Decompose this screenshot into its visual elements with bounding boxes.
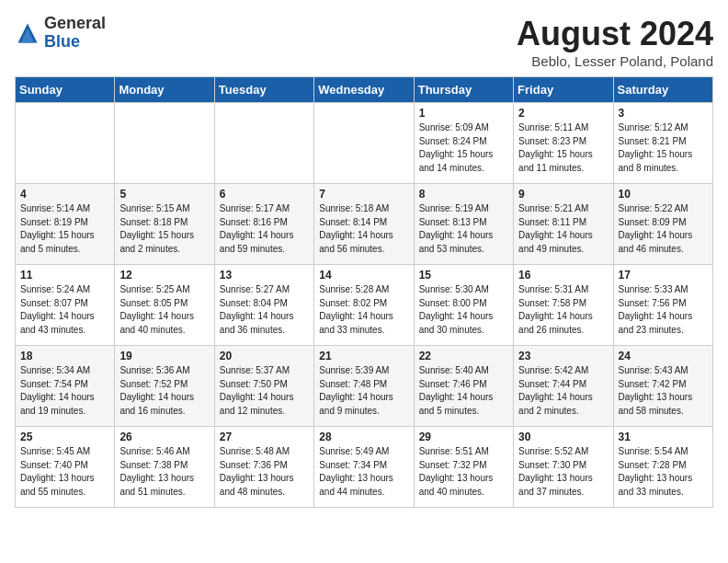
day-info: Sunrise: 5:31 AM Sunset: 7:58 PM Dayligh…	[518, 283, 608, 337]
day-info: Sunrise: 5:36 AM Sunset: 7:52 PM Dayligh…	[119, 364, 209, 418]
calendar-title: August 2024	[517, 15, 713, 53]
day-number: 10	[619, 188, 708, 201]
day-of-week-header: Saturday	[613, 77, 712, 103]
day-number: 17	[619, 269, 708, 282]
day-number: 2	[518, 107, 608, 120]
day-number: 7	[319, 188, 408, 201]
calendar-cell: 22Sunrise: 5:40 AM Sunset: 7:46 PM Dayli…	[414, 346, 513, 427]
day-info: Sunrise: 5:12 AM Sunset: 8:21 PM Dayligh…	[619, 121, 708, 175]
day-info: Sunrise: 5:42 AM Sunset: 7:44 PM Dayligh…	[518, 364, 608, 418]
calendar-cell: 1Sunrise: 5:09 AM Sunset: 8:24 PM Daylig…	[414, 103, 513, 184]
calendar-cell: 21Sunrise: 5:39 AM Sunset: 7:48 PM Dayli…	[314, 346, 414, 427]
day-of-week-header: Wednesday	[314, 77, 414, 103]
day-number: 29	[419, 431, 508, 443]
day-number: 21	[319, 350, 408, 362]
day-info: Sunrise: 5:24 AM Sunset: 8:07 PM Dayligh…	[20, 283, 109, 337]
day-info: Sunrise: 5:54 AM Sunset: 7:28 PM Dayligh…	[619, 445, 708, 499]
day-info: Sunrise: 5:18 AM Sunset: 8:14 PM Dayligh…	[319, 202, 408, 256]
calendar-subtitle: Beblo, Lesser Poland, Poland	[517, 53, 713, 69]
calendar-cell: 2Sunrise: 5:11 AM Sunset: 8:23 PM Daylig…	[514, 103, 613, 184]
logo-icon	[15, 20, 40, 46]
calendar-cell: 6Sunrise: 5:17 AM Sunset: 8:16 PM Daylig…	[214, 184, 313, 265]
calendar-cell: 10Sunrise: 5:22 AM Sunset: 8:09 PM Dayli…	[613, 184, 712, 265]
day-info: Sunrise: 5:39 AM Sunset: 7:48 PM Dayligh…	[319, 364, 408, 418]
day-info: Sunrise: 5:45 AM Sunset: 7:40 PM Dayligh…	[20, 445, 109, 499]
calendar-week-row: 1Sunrise: 5:09 AM Sunset: 8:24 PM Daylig…	[16, 103, 713, 184]
day-of-week-header: Monday	[115, 77, 214, 103]
calendar-table: SundayMondayTuesdayWednesdayThursdayFrid…	[15, 76, 713, 508]
logo-text: General Blue	[44, 15, 106, 52]
day-info: Sunrise: 5:27 AM Sunset: 8:04 PM Dayligh…	[220, 283, 309, 337]
day-number: 22	[419, 350, 508, 362]
calendar-cell: 26Sunrise: 5:46 AM Sunset: 7:38 PM Dayli…	[115, 427, 214, 508]
calendar-week-row: 11Sunrise: 5:24 AM Sunset: 8:07 PM Dayli…	[16, 265, 713, 346]
day-number: 13	[220, 269, 309, 282]
day-info: Sunrise: 5:14 AM Sunset: 8:19 PM Dayligh…	[20, 202, 109, 256]
calendar-cell: 17Sunrise: 5:33 AM Sunset: 7:56 PM Dayli…	[613, 265, 712, 346]
day-number: 23	[518, 350, 608, 362]
calendar-header-row: SundayMondayTuesdayWednesdayThursdayFrid…	[16, 77, 713, 103]
day-number: 26	[119, 431, 209, 443]
calendar-cell: 16Sunrise: 5:31 AM Sunset: 7:58 PM Dayli…	[514, 265, 613, 346]
day-number: 11	[20, 269, 109, 282]
day-number: 4	[20, 188, 109, 201]
day-info: Sunrise: 5:17 AM Sunset: 8:16 PM Dayligh…	[220, 202, 309, 256]
day-info: Sunrise: 5:30 AM Sunset: 8:00 PM Dayligh…	[419, 283, 508, 337]
day-number: 3	[619, 107, 708, 120]
day-info: Sunrise: 5:49 AM Sunset: 7:34 PM Dayligh…	[319, 445, 408, 499]
day-info: Sunrise: 5:09 AM Sunset: 8:24 PM Dayligh…	[419, 121, 508, 175]
day-number: 27	[220, 431, 309, 443]
calendar-cell: 29Sunrise: 5:51 AM Sunset: 7:32 PM Dayli…	[414, 427, 513, 508]
day-of-week-header: Friday	[514, 77, 613, 103]
day-info: Sunrise: 5:51 AM Sunset: 7:32 PM Dayligh…	[419, 445, 508, 499]
calendar-cell: 7Sunrise: 5:18 AM Sunset: 8:14 PM Daylig…	[314, 184, 414, 265]
logo-general-text: General	[44, 14, 106, 32]
logo-blue-text: Blue	[44, 32, 80, 51]
calendar-cell	[314, 103, 414, 184]
day-info: Sunrise: 5:43 AM Sunset: 7:42 PM Dayligh…	[619, 364, 708, 418]
day-number: 16	[518, 269, 608, 282]
calendar-cell: 9Sunrise: 5:21 AM Sunset: 8:11 PM Daylig…	[514, 184, 613, 265]
day-of-week-header: Thursday	[414, 77, 513, 103]
calendar-cell: 11Sunrise: 5:24 AM Sunset: 8:07 PM Dayli…	[16, 265, 115, 346]
calendar-cell: 28Sunrise: 5:49 AM Sunset: 7:34 PM Dayli…	[314, 427, 414, 508]
day-info: Sunrise: 5:11 AM Sunset: 8:23 PM Dayligh…	[518, 121, 608, 175]
calendar-cell: 31Sunrise: 5:54 AM Sunset: 7:28 PM Dayli…	[613, 427, 712, 508]
calendar-cell: 13Sunrise: 5:27 AM Sunset: 8:04 PM Dayli…	[214, 265, 313, 346]
calendar-cell: 25Sunrise: 5:45 AM Sunset: 7:40 PM Dayli…	[16, 427, 115, 508]
calendar-cell: 8Sunrise: 5:19 AM Sunset: 8:13 PM Daylig…	[414, 184, 513, 265]
day-number: 14	[319, 269, 408, 282]
calendar-cell: 19Sunrise: 5:36 AM Sunset: 7:52 PM Dayli…	[115, 346, 214, 427]
logo: General Blue	[15, 15, 106, 52]
day-info: Sunrise: 5:22 AM Sunset: 8:09 PM Dayligh…	[619, 202, 708, 256]
day-info: Sunrise: 5:46 AM Sunset: 7:38 PM Dayligh…	[119, 445, 209, 499]
day-info: Sunrise: 5:21 AM Sunset: 8:11 PM Dayligh…	[518, 202, 608, 256]
day-of-week-header: Tuesday	[214, 77, 313, 103]
calendar-cell: 27Sunrise: 5:48 AM Sunset: 7:36 PM Dayli…	[214, 427, 313, 508]
day-info: Sunrise: 5:48 AM Sunset: 7:36 PM Dayligh…	[220, 445, 309, 499]
day-number: 18	[20, 350, 109, 362]
day-info: Sunrise: 5:52 AM Sunset: 7:30 PM Dayligh…	[518, 445, 608, 499]
day-of-week-header: Sunday	[16, 77, 115, 103]
day-number: 31	[619, 431, 708, 443]
day-number: 9	[518, 188, 608, 201]
day-number: 15	[419, 269, 508, 282]
day-info: Sunrise: 5:15 AM Sunset: 8:18 PM Dayligh…	[119, 202, 209, 256]
calendar-cell: 23Sunrise: 5:42 AM Sunset: 7:44 PM Dayli…	[514, 346, 613, 427]
day-number: 30	[518, 431, 608, 443]
day-info: Sunrise: 5:33 AM Sunset: 7:56 PM Dayligh…	[619, 283, 708, 337]
calendar-cell: 3Sunrise: 5:12 AM Sunset: 8:21 PM Daylig…	[613, 103, 712, 184]
calendar-week-row: 25Sunrise: 5:45 AM Sunset: 7:40 PM Dayli…	[16, 427, 713, 508]
day-number: 8	[419, 188, 508, 201]
day-info: Sunrise: 5:25 AM Sunset: 8:05 PM Dayligh…	[119, 283, 209, 337]
day-number: 12	[119, 269, 209, 282]
day-info: Sunrise: 5:28 AM Sunset: 8:02 PM Dayligh…	[319, 283, 408, 337]
day-number: 25	[20, 431, 109, 443]
day-number: 5	[119, 188, 209, 201]
day-number: 24	[619, 350, 708, 362]
calendar-cell: 18Sunrise: 5:34 AM Sunset: 7:54 PM Dayli…	[16, 346, 115, 427]
day-number: 19	[119, 350, 209, 362]
calendar-cell: 5Sunrise: 5:15 AM Sunset: 8:18 PM Daylig…	[115, 184, 214, 265]
day-number: 20	[220, 350, 309, 362]
title-block: August 2024 Beblo, Lesser Poland, Poland	[517, 15, 713, 69]
